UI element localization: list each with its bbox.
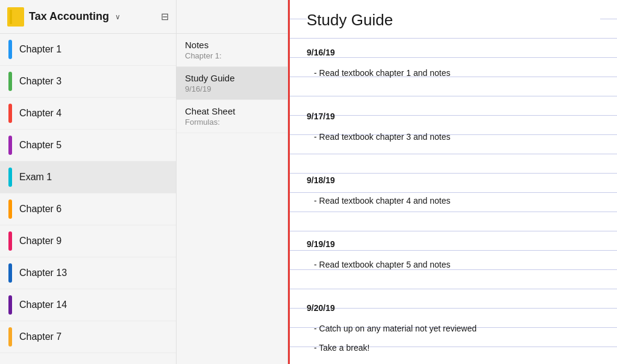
sidebar-item-chapter1[interactable]: Chapter 1 (0, 34, 176, 66)
sidebar: Tax Accounting ∨ ⊟ Chapter 1Chapter 3Cha… (0, 0, 177, 364)
middle-item-notes[interactable]: NotesChapter 1: (177, 34, 287, 67)
date-item: - Read textbook chapter 1 and notes (307, 63, 600, 83)
middle-item-title-notes: Notes (185, 40, 279, 50)
date-entry: 9/19/19- Read textbook chapter 5 and not… (307, 234, 600, 293)
date-label: 9/19/19 (307, 234, 600, 254)
date-item: - Read textbook chapter 4 and notes (307, 191, 600, 210)
app-title: Tax Accounting (29, 10, 109, 23)
sidebar-item-chapter14[interactable]: Chapter 14 (0, 289, 176, 321)
middle-panel: NotesChapter 1:Study Guide9/16/19Cheat S… (177, 0, 288, 364)
sidebar-item-chapter3[interactable]: Chapter 3 (0, 66, 176, 98)
sidebar-item-chapter9[interactable]: Chapter 9 (0, 225, 176, 257)
main-content: Study Guide 9/16/19- Read textbook chapt… (288, 0, 617, 364)
date-label: 9/17/19 (307, 107, 600, 126)
date-entry: 9/20/19- Catch up on any material not ye… (307, 298, 600, 364)
sidebar-item-chapter13[interactable]: Chapter 13 (0, 257, 176, 289)
chapter-bar-chapter1 (8, 40, 12, 59)
sidebar-items-list: Chapter 1Chapter 3Chapter 4Chapter 5Exam… (0, 34, 176, 364)
entries-container: 9/16/19- Read textbook chapter 1 and not… (307, 43, 600, 364)
sidebar-item-exam1[interactable]: Exam 1 (0, 162, 176, 193)
date-item: - Read textbook chapter 3 and notes (307, 127, 600, 146)
date-entry: 9/17/19- Read textbook chapter 3 and not… (307, 107, 600, 166)
sidebar-item-chapter7[interactable]: Chapter 7 (0, 321, 176, 353)
chevron-down-icon[interactable]: ∨ (115, 13, 121, 21)
chapter-bar-exam1 (8, 168, 12, 187)
chapter-bar-chapter4 (8, 104, 12, 123)
sidebar-item-label-chapter6: Chapter 6 (19, 204, 61, 215)
date-item: - Take a break! (307, 338, 600, 357)
sidebar-item-label-chapter3: Chapter 3 (19, 76, 61, 87)
notebook-icon (7, 7, 24, 27)
date-entry: 9/16/19- Read textbook chapter 1 and not… (307, 43, 600, 102)
chapter-bar-chapter6 (8, 199, 12, 219)
sidebar-item-label-chapter13: Chapter 13 (19, 268, 67, 278)
sidebar-item-label-chapter7: Chapter 7 (19, 331, 61, 342)
date-item: - Catch up on any material not yet revie… (307, 319, 600, 338)
date-label: 9/20/19 (307, 298, 600, 318)
date-label: 9/16/19 (307, 43, 600, 62)
date-entry: 9/18/19- Read textbook chapter 4 and not… (307, 171, 600, 230)
spacer-line (307, 274, 600, 293)
sort-icon[interactable]: ⊟ (161, 11, 169, 22)
chapter-bar-chapter7 (8, 327, 12, 347)
chapter-bar-chapter5 (8, 136, 12, 155)
middle-item-title-cheatsheet: Cheat Sheet (185, 106, 279, 116)
date-label: 9/18/19 (307, 171, 600, 190)
middle-item-title-studyguide: Study Guide (185, 73, 279, 83)
middle-item-sub-studyguide: 9/16/19 (185, 84, 279, 93)
sidebar-item-label-chapter4: Chapter 4 (19, 108, 61, 119)
chapter-bar-chapter9 (8, 231, 12, 251)
sidebar-item-label-chapter14: Chapter 14 (19, 300, 67, 310)
spacer-line (307, 357, 600, 364)
sidebar-header-left: Tax Accounting ∨ (7, 7, 121, 27)
sidebar-item-label-chapter5: Chapter 5 (19, 140, 61, 151)
sidebar-item-label-chapter9: Chapter 9 (19, 236, 61, 246)
sidebar-item-label-chapter1: Chapter 1 (19, 44, 61, 55)
middle-item-sub-cheatsheet: Formulas: (185, 118, 279, 127)
spacer-line (307, 83, 600, 102)
middle-item-studyguide[interactable]: Study Guide9/16/19 (177, 67, 287, 100)
sidebar-header: Tax Accounting ∨ ⊟ (0, 0, 176, 34)
middle-panel-header (177, 0, 287, 34)
main-inner: Study Guide 9/16/19- Read textbook chapt… (290, 0, 617, 364)
chapter-bar-chapter3 (8, 72, 12, 91)
middle-item-cheatsheet[interactable]: Cheat SheetFormulas: (177, 100, 287, 133)
date-item: - Read textbook chapter 5 and notes (307, 255, 600, 274)
middle-item-sub-notes: Chapter 1: (185, 51, 279, 60)
middle-items-list: NotesChapter 1:Study Guide9/16/19Cheat S… (177, 34, 287, 133)
spacer-line (307, 146, 600, 166)
sidebar-item-chapter4[interactable]: Chapter 4 (0, 98, 176, 130)
chapter-bar-chapter13 (8, 263, 12, 283)
chapter-bar-chapter14 (8, 295, 12, 315)
sidebar-item-chapter5[interactable]: Chapter 5 (0, 130, 176, 162)
sidebar-item-chapter6[interactable]: Chapter 6 (0, 193, 176, 225)
sidebar-item-label-exam1: Exam 1 (19, 172, 52, 183)
page-title: Study Guide (307, 11, 600, 32)
spacer-line (307, 210, 600, 230)
